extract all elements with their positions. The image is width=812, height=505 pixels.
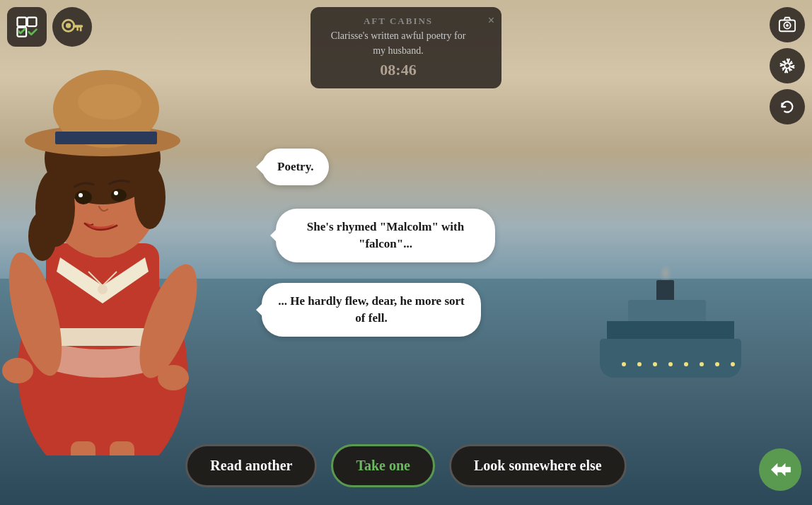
bottom-action-buttons: Read another Take one Look somewhere els… (0, 444, 812, 487)
svg-point-6 (158, 365, 189, 390)
svg-rect-25 (28, 18, 37, 27)
svg-point-20 (78, 84, 141, 120)
bubble-2-text: She's rhymed "Malcolm" with "falcon"... (307, 220, 464, 250)
svg-rect-30 (80, 28, 82, 31)
light-dot (715, 362, 719, 366)
svg-rect-2 (53, 328, 152, 346)
checklist-button[interactable] (7, 7, 47, 47)
svg-point-34 (786, 24, 789, 27)
refresh-button[interactable] (770, 89, 805, 124)
svg-point-14 (111, 189, 127, 202)
notification-close-button[interactable]: × (488, 14, 494, 27)
forward-arrows-icon (768, 460, 792, 479)
svg-point-5 (2, 358, 33, 383)
svg-point-28 (66, 23, 71, 28)
ship-hull (600, 339, 741, 378)
gear-button[interactable] (770, 48, 805, 83)
speech-bubble-3: ... He hardly flew, dear, he more sort o… (262, 283, 481, 337)
light-dot (668, 362, 673, 366)
ship (586, 293, 755, 378)
forward-button[interactable] (759, 448, 801, 491)
svg-rect-29 (73, 25, 83, 28)
top-right-controls (770, 7, 805, 124)
checklist-icon (14, 14, 40, 40)
svg-rect-31 (76, 28, 79, 31)
light-dot (637, 362, 642, 366)
ship-lights (617, 356, 752, 364)
speech-bubble-1: Poetry. (262, 149, 329, 185)
notification-popup: AFT CABINS Clarisse's written awful poet… (311, 7, 501, 88)
bubble-1-text: Poetry. (277, 160, 313, 173)
svg-point-15 (79, 193, 83, 197)
speech-bubble-2: She's rhymed "Malcolm" with "falcon"... (276, 209, 495, 262)
light-dot (731, 362, 735, 366)
key-button[interactable] (52, 7, 92, 47)
gear-icon (778, 57, 796, 75)
bubble-3-text: ... He hardly flew, dear, he more sort o… (278, 294, 464, 325)
top-left-controls (7, 7, 92, 47)
camera-button[interactable] (770, 7, 805, 42)
svg-point-11 (134, 166, 166, 229)
light-dot (684, 362, 688, 366)
character (0, 17, 248, 455)
key-icon (59, 14, 85, 40)
svg-point-13 (75, 190, 92, 204)
camera-icon (778, 16, 796, 34)
notification-text: Clarisse's written awful poetry for my h… (331, 30, 466, 56)
ship-funnel (656, 280, 674, 301)
light-dot (700, 362, 704, 366)
notification-timer: 08:46 (323, 58, 473, 81)
look-somewhere-else-button[interactable]: Look somewhere else (449, 444, 627, 487)
svg-rect-24 (18, 18, 27, 27)
take-one-button[interactable]: Take one (331, 444, 435, 487)
notification-location: AFT CABINS (323, 14, 473, 28)
svg-point-16 (114, 191, 118, 195)
svg-point-12 (28, 211, 57, 261)
light-dot (622, 362, 626, 366)
refresh-icon (778, 98, 796, 116)
light-dot (653, 362, 657, 366)
read-another-button[interactable]: Read another (185, 444, 317, 487)
svg-rect-19 (55, 132, 157, 144)
